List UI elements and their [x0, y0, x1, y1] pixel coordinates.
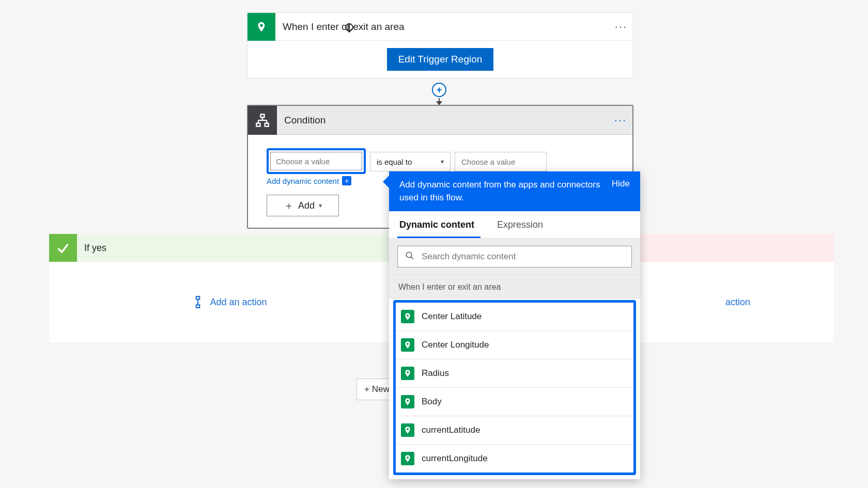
trigger-card: When I enter or exit an area ··· Edit Tr…: [247, 12, 633, 78]
dynamic-item-label: currentLatitude: [422, 425, 480, 435]
dynamic-item[interactable]: Center Longitude: [396, 331, 633, 359]
dynamic-popup-hide-button[interactable]: Hide: [612, 179, 630, 189]
branch-yes-title: If yes: [77, 243, 106, 254]
dynamic-search-wrap: [389, 239, 640, 275]
branch-if-yes: If yes Add an action: [49, 234, 409, 342]
add-dynamic-content-link[interactable]: Add dynamic content +: [267, 176, 366, 185]
dynamic-item[interactable]: currentLongitude: [396, 445, 633, 473]
chevron-down-icon: ▾: [441, 158, 444, 165]
condition-icon: [248, 106, 277, 135]
action-icon: [191, 295, 205, 309]
branch-yes-header[interactable]: If yes: [49, 234, 409, 262]
dynamic-item[interactable]: currentLatitude: [396, 416, 633, 445]
dynamic-item-label: Body: [422, 397, 442, 407]
search-icon: [405, 251, 414, 262]
tab-dynamic-content[interactable]: Dynamic content: [397, 211, 481, 238]
add-dynamic-content-label: Add dynamic content: [267, 177, 339, 185]
condition-title: Condition: [277, 115, 609, 126]
plus-icon: ＋: [284, 199, 294, 213]
dynamic-search-box[interactable]: [397, 246, 632, 267]
svg-rect-2: [261, 114, 265, 117]
svg-rect-3: [256, 123, 260, 126]
condition-value-right-input[interactable]: [455, 152, 547, 171]
trigger-menu-button[interactable]: ···: [609, 20, 633, 34]
dynamic-item-label: currentLongitude: [422, 453, 488, 464]
dynamic-item[interactable]: Body: [396, 388, 633, 416]
add-dynamic-content-chip-icon: +: [342, 176, 351, 185]
add-action-yes-label: Add an action: [210, 297, 267, 308]
add-action-no-label: action: [725, 297, 750, 308]
condition-operator-select[interactable]: is equal to ▾: [370, 152, 451, 171]
add-action-yes-button[interactable]: Add an action: [191, 295, 267, 309]
dynamic-search-input[interactable]: [422, 251, 624, 262]
dynamic-popup-header-text: Add dynamic content from the apps and co…: [399, 179, 603, 204]
svg-rect-9: [196, 296, 200, 299]
condition-menu-button[interactable]: ···: [609, 114, 632, 127]
location-pin-icon: [401, 395, 414, 408]
popup-beak-icon: [383, 176, 389, 188]
tab-expression[interactable]: Expression: [495, 211, 549, 238]
trigger-body: Edit Trigger Region: [247, 41, 633, 78]
dynamic-content-popup: Add dynamic content from the apps and co…: [389, 171, 640, 479]
location-pin-icon: [401, 423, 414, 437]
svg-rect-10: [196, 305, 200, 307]
chevron-down-icon: ▾: [319, 202, 322, 209]
condition-operator-label: is equal to: [377, 158, 412, 166]
dynamic-tabs: Dynamic content Expression: [389, 211, 640, 239]
trigger-header[interactable]: When I enter or exit an area ···: [247, 13, 633, 41]
dynamic-items-highlight: Center LatitudeCenter LongitudeRadiusBod…: [393, 300, 636, 475]
dynamic-popup-header: Add dynamic content from the apps and co…: [389, 171, 640, 211]
dynamic-item[interactable]: Radius: [396, 359, 633, 388]
edit-trigger-region-button[interactable]: Edit Trigger Region: [387, 48, 494, 71]
dynamic-item-label: Radius: [422, 368, 449, 379]
trigger-title: When I enter or exit an area: [275, 21, 609, 33]
dynamic-group-label: When I enter or exit an area: [389, 275, 640, 299]
location-pin-icon: [401, 452, 414, 465]
svg-point-12: [406, 253, 412, 258]
location-pin-icon: [401, 338, 414, 352]
condition-add-label: Add: [298, 200, 315, 211]
svg-line-13: [411, 257, 413, 260]
check-icon: [49, 234, 77, 262]
dynamic-item[interactable]: Center Latitude: [396, 303, 633, 331]
branch-yes-body: Add an action: [49, 262, 409, 342]
dynamic-item-label: Center Longitude: [422, 340, 489, 350]
condition-value-left-input[interactable]: [270, 152, 362, 170]
dynamic-item-label: Center Latitude: [422, 311, 482, 322]
location-pin-icon: [401, 367, 414, 380]
location-pin-icon: [401, 310, 414, 323]
add-action-no-button[interactable]: action: [725, 297, 750, 308]
condition-add-button[interactable]: ＋ Add ▾: [267, 195, 339, 216]
svg-rect-4: [265, 123, 269, 126]
location-pin-icon: [247, 13, 275, 41]
condition-value-left-highlight: [267, 148, 366, 174]
condition-header[interactable]: Condition ···: [248, 106, 632, 135]
add-step-circle-button[interactable]: +: [432, 83, 446, 97]
arrow-down-icon: [432, 98, 446, 105]
